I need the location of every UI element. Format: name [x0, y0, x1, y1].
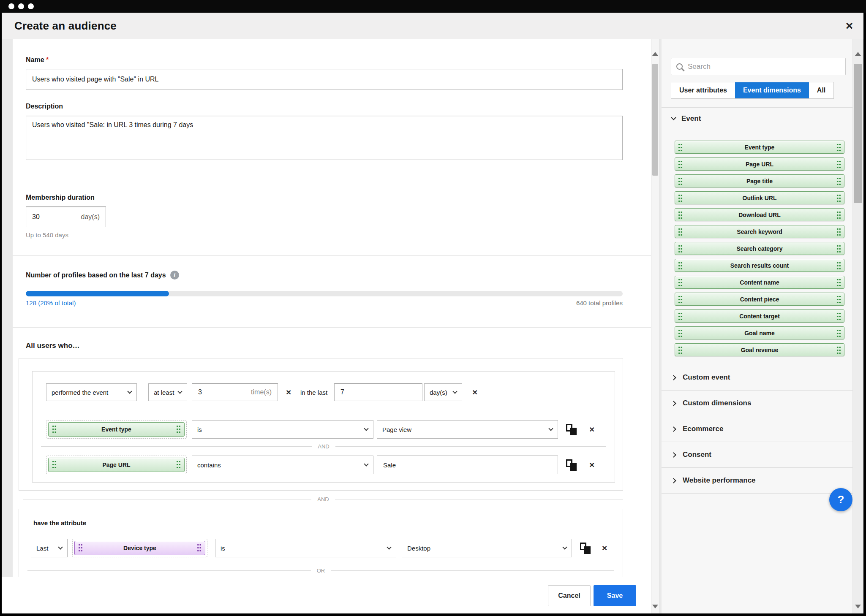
sidebar-chip-event-type[interactable]: Event type [675, 141, 844, 154]
scroll-up-icon[interactable] [652, 52, 658, 56]
tab-all[interactable]: All [809, 82, 833, 98]
section-ecommerce[interactable]: Ecommerce [662, 416, 852, 442]
divider-line [41, 446, 312, 447]
period-unit-value: day(s) [430, 389, 447, 396]
scrollbar-thumb[interactable] [652, 64, 658, 176]
chip-device-type[interactable]: Device type [74, 541, 205, 555]
remove-condition-icon[interactable]: × [589, 460, 594, 469]
value-text: Desktop [407, 545, 430, 552]
profiles-progress-bar [26, 291, 623, 296]
remove-condition-icon[interactable]: × [589, 425, 594, 434]
window-control-dot[interactable] [8, 3, 14, 9]
main-scrollbar[interactable] [651, 39, 659, 613]
value-select[interactable]: Page view [377, 420, 558, 439]
tab-user-attributes[interactable]: User attributes [671, 82, 735, 98]
times-count-value[interactable]: 3 [198, 388, 202, 396]
scroll-down-icon[interactable] [855, 605, 861, 608]
chevron-down-icon [58, 545, 63, 549]
attribute-group-heading: have the attribute [33, 519, 86, 526]
window-scrollbar[interactable] [852, 39, 863, 613]
help-button[interactable]: ? [829, 488, 852, 511]
sidebar-chip-download-url[interactable]: Download URL [675, 208, 844, 221]
drag-handle-icon [836, 312, 841, 320]
sidebar-chip-content-target[interactable]: Content target [675, 309, 844, 323]
membership-duration-label: Membership duration [26, 194, 95, 201]
chip-event-type[interactable]: Event type [48, 422, 185, 437]
drag-handle-icon[interactable] [176, 425, 181, 434]
period-count-input[interactable]: 7 [334, 383, 422, 401]
duplicate-condition-icon[interactable] [566, 424, 577, 435]
value-input[interactable]: Sale [377, 456, 558, 474]
chevron-right-icon [671, 375, 676, 380]
operator-select[interactable]: contains [192, 456, 373, 474]
drag-handle-icon[interactable] [78, 543, 83, 553]
quantifier-select[interactable]: at least [148, 383, 187, 401]
drag-handle-icon[interactable] [176, 460, 181, 469]
section-website-performance[interactable]: Website performance [662, 468, 852, 494]
value-select[interactable]: Desktop [402, 539, 572, 557]
chevron-right-icon [671, 452, 676, 458]
drag-handle-icon[interactable] [197, 543, 202, 553]
chip-label: Goal revenue [683, 347, 836, 353]
period-unit-select[interactable]: day(s) [424, 383, 462, 401]
and-label: AND [312, 443, 335, 450]
sidebar-chip-page-url[interactable]: Page URL [675, 157, 844, 171]
sidebar-chip-goal-revenue[interactable]: Goal revenue [675, 343, 844, 356]
membership-duration-value[interactable]: 30 [32, 213, 40, 221]
search-input[interactable]: Search [688, 62, 711, 71]
sidebar-chip-goal-name[interactable]: Goal name [675, 326, 844, 339]
operator-select[interactable]: is [215, 539, 396, 557]
profiles-heading: Number of profiles based on the last 7 d… [26, 271, 166, 279]
name-input[interactable]: Users who visited page with "Sale" in UR… [26, 69, 623, 90]
chevron-down-icon [364, 426, 368, 431]
drag-handle-icon [836, 143, 841, 152]
duplicate-condition-icon[interactable] [566, 459, 577, 471]
attribute-scope-select[interactable]: Last [31, 539, 68, 557]
sidebar-chip-content-piece[interactable]: Content piece [675, 293, 844, 306]
operator-value: is [221, 545, 225, 552]
sidebar-chip-search-results-count[interactable]: Search results count [675, 259, 844, 272]
section-custom-event[interactable]: Custom event [662, 365, 852, 391]
chip-label: Search results count [683, 262, 836, 269]
save-button[interactable]: Save [594, 585, 636, 606]
sidebar-chip-page-title[interactable]: Page title [675, 174, 844, 187]
divider-line [27, 570, 311, 571]
remove-condition-icon[interactable]: × [602, 543, 607, 552]
cancel-button[interactable]: Cancel [548, 585, 591, 606]
event-action-select[interactable]: performed the event [46, 383, 137, 401]
window-control-dot[interactable] [28, 3, 34, 9]
required-asterisk: * [46, 56, 49, 63]
duplicate-condition-icon[interactable] [580, 543, 591, 554]
scroll-up-icon[interactable] [855, 52, 861, 56]
close-icon[interactable]: × [835, 13, 863, 39]
remove-times-icon[interactable]: × [286, 388, 291, 396]
remove-period-icon[interactable]: × [472, 388, 477, 396]
modal-body: Name * Users who visited page with "Sale… [2, 39, 863, 613]
drag-handle-icon[interactable] [52, 460, 57, 469]
info-icon[interactable]: i [170, 271, 179, 280]
membership-duration-input[interactable]: 30 day(s) [26, 206, 106, 227]
condition-chip-dropzone: Page URL [46, 456, 187, 474]
drag-handle-icon[interactable] [52, 425, 57, 434]
tab-event-dimensions[interactable]: Event dimensions [735, 82, 809, 98]
section-custom-dimensions[interactable]: Custom dimensions [662, 391, 852, 416]
scroll-down-icon[interactable] [652, 605, 658, 608]
section-event-header[interactable]: Event [672, 114, 701, 123]
name-label-text: Name [26, 56, 44, 63]
copy-icon-front [584, 546, 591, 554]
section-label: Website performance [683, 476, 756, 485]
sidebar-search[interactable]: Search [671, 58, 846, 75]
description-input[interactable]: Users who visited "Sale: in URL 3 times … [26, 116, 623, 160]
sidebar-chip-search-keyword[interactable]: Search keyword [675, 225, 844, 238]
scrollbar-thumb[interactable] [854, 64, 862, 203]
section-divider [13, 178, 651, 178]
window-control-dot[interactable] [18, 3, 24, 9]
operator-select[interactable]: is [192, 420, 373, 439]
sidebar-chip-search-category[interactable]: Search category [675, 242, 844, 255]
section-consent[interactable]: Consent [662, 442, 852, 468]
times-count-input[interactable]: 3 time(s) [192, 383, 278, 401]
sidebar-chip-content-name[interactable]: Content name [675, 276, 844, 289]
chip-page-url[interactable]: Page URL [48, 458, 185, 472]
chip-label: Page title [683, 178, 836, 185]
sidebar-chip-outlink-url[interactable]: Outlink URL [675, 191, 844, 204]
